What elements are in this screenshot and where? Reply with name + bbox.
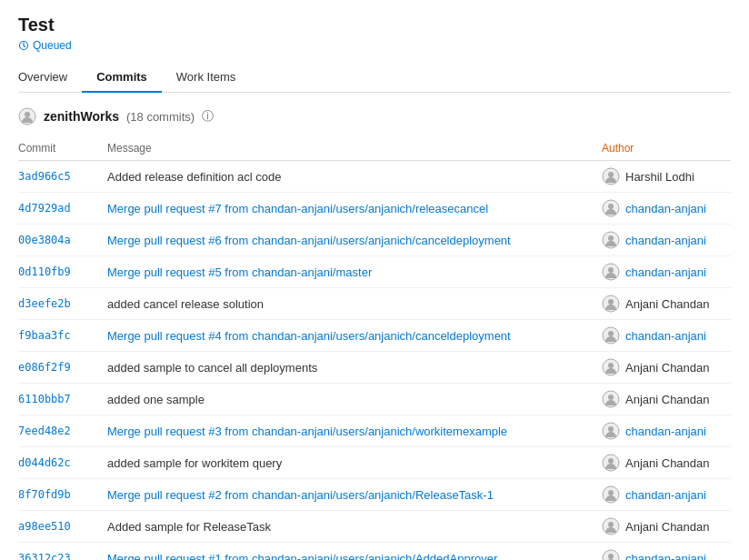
commit-hash[interactable]: 3ad966c5 — [18, 161, 100, 193]
commit-hash[interactable]: 36312c23 — [18, 543, 100, 561]
svg-point-24 — [608, 490, 614, 495]
author-name[interactable]: chandan-anjani — [625, 425, 706, 438]
commit-author: Anjani Chandan — [594, 511, 731, 543]
queued-icon — [18, 40, 29, 51]
commit-hash[interactable]: d3eefe2b — [18, 288, 100, 320]
author-avatar-icon — [602, 485, 620, 504]
svg-point-8 — [608, 235, 614, 241]
commit-author[interactable]: chandan-anjani — [594, 479, 731, 511]
repo-section: zenithWorks (18 commits) ⓘ — [18, 107, 731, 125]
tab-bar: Overview Commits Work Items — [18, 63, 731, 93]
author-name[interactable]: chandan-anjani — [625, 234, 706, 247]
svg-point-12 — [608, 299, 614, 305]
commit-count: (18 commits) — [126, 110, 195, 124]
svg-point-26 — [608, 522, 614, 527]
table-row: 00e3804aMerge pull request #6 from chand… — [18, 225, 731, 256]
svg-point-18 — [608, 395, 614, 400]
table-row: 36312c23Merge pull request #1 from chand… — [18, 543, 731, 561]
author-name[interactable]: chandan-anjani — [625, 488, 706, 502]
author-name: Anjani Chandan — [625, 361, 710, 375]
commit-message[interactable]: Merge pull request #1 from chandan-anjan… — [100, 543, 594, 561]
commit-author[interactable]: chandan-anjani — [594, 256, 731, 288]
commit-message: added sample for workitem query — [100, 447, 594, 479]
commit-author[interactable]: chandan-anjani — [594, 543, 731, 561]
commit-author[interactable]: chandan-anjani — [594, 320, 731, 352]
info-icon[interactable]: ⓘ — [202, 108, 214, 125]
table-row: f9baa3fcMerge pull request #4 from chand… — [18, 320, 731, 352]
table-row: d3eefe2badded cancel release solutionAnj… — [18, 288, 731, 320]
svg-point-10 — [608, 267, 614, 273]
repo-icon — [18, 107, 36, 125]
table-row: a98ee510Added sample for ReleaseTaskAnja… — [18, 511, 731, 543]
commit-author[interactable]: chandan-anjani — [594, 193, 731, 225]
author-avatar-icon — [602, 231, 620, 249]
col-header-commit: Commit — [18, 136, 100, 161]
commit-message: Added release definition acl code — [100, 161, 594, 193]
svg-point-20 — [608, 426, 614, 432]
svg-point-2 — [25, 112, 30, 117]
commit-hash[interactable]: 0d110fb9 — [18, 256, 100, 288]
commit-author: Anjani Chandan — [594, 384, 731, 415]
author-avatar-icon — [602, 358, 620, 376]
table-row: e086f2f9added sample to cancel all deplo… — [18, 352, 731, 384]
commit-message[interactable]: Merge pull request #2 from chandan-anjan… — [100, 479, 594, 511]
author-name[interactable]: chandan-anjani — [625, 329, 706, 343]
commit-hash[interactable]: a98ee510 — [18, 511, 100, 543]
commit-hash[interactable]: 8f70fd9b — [18, 479, 100, 511]
author-avatar-icon — [602, 422, 620, 440]
author-name[interactable]: chandan-anjani — [625, 552, 706, 561]
commit-hash[interactable]: e086f2f9 — [18, 352, 100, 384]
commit-message[interactable]: Merge pull request #5 from chandan-anjan… — [100, 256, 594, 288]
commit-message[interactable]: Merge pull request #4 from chandan-anjan… — [100, 320, 594, 352]
status-badge: Queued — [18, 39, 72, 52]
commit-author: Anjani Chandan — [594, 447, 731, 479]
author-name[interactable]: chandan-anjani — [625, 202, 706, 215]
author-avatar-icon — [602, 263, 620, 281]
author-avatar-icon — [602, 390, 620, 408]
commit-message: added cancel release solution — [100, 288, 594, 320]
table-row: d044d62cadded sample for workitem queryA… — [18, 447, 731, 479]
author-avatar-icon — [602, 454, 620, 472]
commit-hash[interactable]: 00e3804a — [18, 225, 100, 256]
svg-point-22 — [608, 458, 614, 464]
commit-message: Added sample for ReleaseTask — [100, 511, 594, 543]
author-avatar-icon — [602, 295, 620, 313]
author-avatar-icon — [602, 517, 620, 535]
table-row: 4d7929adMerge pull request #7 from chand… — [18, 193, 731, 225]
commit-message: added sample to cancel all deployments — [100, 352, 594, 384]
svg-point-14 — [608, 331, 614, 336]
author-name[interactable]: chandan-anjani — [625, 265, 706, 279]
tab-overview[interactable]: Overview — [18, 63, 82, 93]
author-avatar-icon — [602, 326, 620, 345]
svg-point-28 — [608, 554, 614, 559]
author-name: Anjani Chandan — [625, 520, 710, 534]
commit-message[interactable]: Merge pull request #7 from chandan-anjan… — [100, 193, 594, 225]
col-header-message: Message — [100, 136, 594, 161]
commit-message[interactable]: Merge pull request #3 from chandan-anjan… — [100, 415, 594, 447]
svg-point-6 — [608, 204, 614, 209]
commit-hash[interactable]: f9baa3fc — [18, 320, 100, 352]
table-row: 6110bbb7added one sampleAnjani Chandan — [18, 384, 731, 415]
author-avatar-icon — [602, 199, 620, 217]
table-header-row: Commit Message Author — [18, 136, 731, 161]
page-title: Test — [18, 15, 731, 35]
commit-hash[interactable]: 6110bbb7 — [18, 384, 100, 415]
commit-hash[interactable]: d044d62c — [18, 447, 100, 479]
commit-message: added one sample — [100, 384, 594, 415]
table-row: 8f70fd9bMerge pull request #2 from chand… — [18, 479, 731, 511]
author-name: Anjani Chandan — [625, 393, 710, 406]
author-name: Anjani Chandan — [625, 456, 710, 470]
svg-point-16 — [608, 363, 614, 368]
tab-workitems[interactable]: Work Items — [162, 63, 251, 93]
commit-author: Anjani Chandan — [594, 352, 731, 384]
col-header-author: Author — [594, 136, 731, 161]
table-row: 3ad966c5Added release definition acl cod… — [18, 161, 731, 193]
commit-hash[interactable]: 4d7929ad — [18, 193, 100, 225]
commit-author[interactable]: chandan-anjani — [594, 225, 731, 256]
commit-message[interactable]: Merge pull request #6 from chandan-anjan… — [100, 225, 594, 256]
commit-author: Anjani Chandan — [594, 288, 731, 320]
repo-name: zenithWorks — [44, 109, 119, 124]
tab-commits[interactable]: Commits — [82, 63, 162, 93]
commit-hash[interactable]: 7eed48e2 — [18, 415, 100, 447]
commit-author[interactable]: chandan-anjani — [594, 415, 731, 447]
